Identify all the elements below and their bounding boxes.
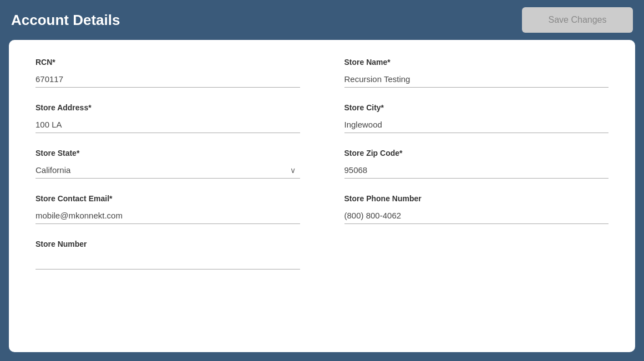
page-title: Account Details <box>11 12 120 29</box>
store-contact-email-input[interactable] <box>36 207 300 224</box>
store-state-select[interactable]: AlabamaAlaskaArizonaArkansasCaliforniaCo… <box>36 162 300 179</box>
store-zip-input[interactable] <box>344 162 609 179</box>
store-state-label: Store State* <box>36 149 300 157</box>
store-contact-email-label: Store Contact Email* <box>36 194 300 203</box>
store-city-label: Store City* <box>344 103 609 112</box>
store-name-label: Store Name* <box>344 58 609 67</box>
store-city-input[interactable] <box>344 116 609 133</box>
store-state-field-group: Store State* AlabamaAlaskaArizonaArkansa… <box>36 149 300 179</box>
store-address-input[interactable] <box>36 116 300 133</box>
store-zip-field-group: Store Zip Code* <box>344 149 609 179</box>
rcn-label: RCN* <box>36 58 300 67</box>
store-phone-label: Store Phone Number <box>344 194 609 203</box>
content-card: RCN* Store Address* Store State* Alabama… <box>9 40 635 352</box>
form-grid: RCN* Store Address* Store State* Alabama… <box>36 58 608 285</box>
store-name-field-group: Store Name* <box>344 58 609 88</box>
store-phone-input[interactable] <box>344 207 609 224</box>
store-city-field-group: Store City* <box>344 103 609 133</box>
store-address-label: Store Address* <box>36 103 300 112</box>
store-number-input[interactable] <box>36 253 300 270</box>
store-address-field-group: Store Address* <box>36 103 300 133</box>
page-header: Account Details Save Changes <box>0 0 644 40</box>
save-changes-button[interactable]: Save Changes <box>522 7 633 33</box>
store-number-label: Store Number <box>36 240 300 248</box>
store-number-field-group: Store Number <box>36 240 300 270</box>
store-contact-email-field-group: Store Contact Email* <box>36 194 300 224</box>
rcn-field-group: RCN* <box>36 58 300 88</box>
store-name-input[interactable] <box>344 71 609 88</box>
store-zip-label: Store Zip Code* <box>344 149 609 157</box>
store-phone-field-group: Store Phone Number <box>344 194 609 224</box>
rcn-input[interactable] <box>36 71 300 88</box>
store-state-select-wrapper: AlabamaAlaskaArizonaArkansasCaliforniaCo… <box>36 162 300 179</box>
